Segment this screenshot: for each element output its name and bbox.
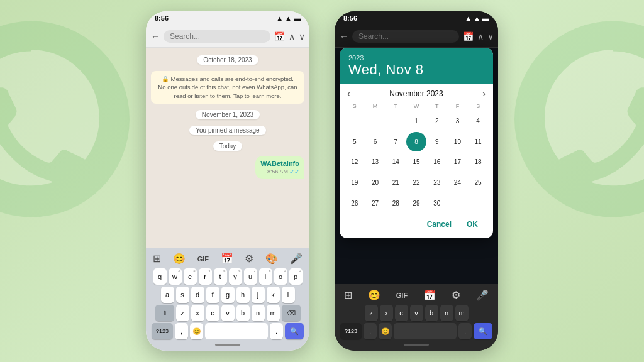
cal-day-7[interactable]: 7 <box>386 132 406 152</box>
cal-day-9[interactable]: 9 <box>427 132 447 152</box>
key-e[interactable]: e3 <box>184 268 197 285</box>
key-m[interactable]: m <box>267 305 280 321</box>
cal-day-14[interactable]: 14 <box>386 152 406 172</box>
cal-day-3[interactable]: 3 <box>448 111 468 131</box>
down-arrow-icon-left[interactable]: ∨ <box>299 31 305 41</box>
cal-day-29[interactable]: 29 <box>406 194 426 214</box>
key-v[interactable]: v <box>221 305 235 321</box>
key-r-n[interactable]: n <box>440 305 453 321</box>
kb-palette-icon[interactable]: 🎨 <box>263 251 280 266</box>
back-button-right[interactable]: ← <box>340 31 348 41</box>
kb-calendar-icon[interactable]: 📅 <box>218 251 236 266</box>
key-s[interactable]: s <box>176 287 189 303</box>
kb-mic-icon-r[interactable]: 🎤 <box>474 288 491 302</box>
key-g[interactable]: g <box>221 287 235 303</box>
kb-settings-icon[interactable]: ⚙ <box>242 251 256 266</box>
key-r-x[interactable]: x <box>380 305 393 321</box>
cal-day-15[interactable]: 15 <box>406 152 426 172</box>
kb-emoji-icon[interactable]: 😊 <box>170 251 188 266</box>
cal-day-12[interactable]: 12 <box>345 152 365 172</box>
key-b[interactable]: b <box>236 305 250 321</box>
cal-day-23[interactable]: 23 <box>427 173 447 193</box>
cal-day-16[interactable]: 16 <box>427 152 447 172</box>
cal-day-19[interactable]: 19 <box>345 173 365 193</box>
kb-settings-icon-r[interactable]: ⚙ <box>449 288 463 302</box>
key-r[interactable]: r4 <box>199 268 212 285</box>
cal-day-28[interactable]: 28 <box>386 194 406 214</box>
calendar-icon-right[interactable]: 📅 <box>463 31 474 41</box>
key-r-space[interactable] <box>394 323 457 339</box>
key-r-v[interactable]: v <box>410 305 423 321</box>
kb-calendar-icon-r[interactable]: 📅 <box>421 288 438 302</box>
cal-day-13[interactable]: 13 <box>365 152 386 172</box>
cal-day-2[interactable]: 2 <box>427 111 447 131</box>
key-comma[interactable]: , <box>175 323 188 339</box>
cal-day-21[interactable]: 21 <box>386 173 406 193</box>
key-t[interactable]: t5 <box>214 268 227 285</box>
up-arrow-icon-left[interactable]: ∧ <box>289 31 295 41</box>
key-r-b[interactable]: b <box>425 305 438 321</box>
key-a[interactable]: a <box>161 287 174 303</box>
cal-day-27[interactable]: 27 <box>365 194 386 214</box>
cal-day-4[interactable]: 4 <box>468 111 488 131</box>
key-x[interactable]: x <box>191 305 204 321</box>
kb-gif-icon-r[interactable]: GIF <box>394 290 410 300</box>
key-shift[interactable]: ⇧ <box>155 305 174 321</box>
cal-day-5[interactable]: 5 <box>345 132 365 152</box>
cal-day-11[interactable]: 11 <box>468 132 488 152</box>
key-o[interactable]: o9 <box>274 268 287 285</box>
kb-emoji-icon-r[interactable]: 😊 <box>365 288 383 302</box>
kb-grid-icon[interactable]: ⊞ <box>150 251 164 266</box>
search-input-left[interactable] <box>164 30 270 43</box>
calendar-search-icon-left[interactable]: 📅 <box>274 31 285 41</box>
key-p[interactable]: p0 <box>289 268 303 285</box>
key-space[interactable] <box>205 323 268 339</box>
cal-day-18[interactable]: 18 <box>468 152 488 172</box>
key-r-z[interactable]: z <box>365 305 378 321</box>
cal-day-22[interactable]: 22 <box>406 173 426 193</box>
down-icon-right[interactable]: ∨ <box>487 31 494 41</box>
back-button-left[interactable]: ← <box>151 31 160 41</box>
kb-grid-icon-r[interactable]: ⊞ <box>341 288 355 302</box>
cal-day-6[interactable]: 6 <box>365 132 386 152</box>
key-num[interactable]: ?123 <box>152 323 173 339</box>
key-l[interactable]: l <box>282 287 295 303</box>
kb-gif-icon[interactable]: GIF <box>195 254 211 264</box>
key-r-m[interactable]: m <box>455 305 469 321</box>
key-d[interactable]: d <box>191 287 204 303</box>
cal-day-17[interactable]: 17 <box>448 152 468 172</box>
key-u[interactable]: u7 <box>244 268 257 285</box>
key-r-c[interactable]: c <box>395 305 408 321</box>
key-r-comma[interactable]: , <box>364 323 377 339</box>
key-y[interactable]: y6 <box>229 268 242 285</box>
cal-day-25[interactable]: 25 <box>468 173 488 193</box>
key-k[interactable]: k <box>267 287 280 303</box>
key-r-period[interactable]: . <box>458 323 472 339</box>
cancel-button[interactable]: Cancel <box>423 218 455 231</box>
key-backspace[interactable]: ⌫ <box>282 305 301 321</box>
key-f[interactable]: f <box>206 287 219 303</box>
key-h[interactable]: h <box>236 287 250 303</box>
key-period[interactable]: . <box>270 323 283 339</box>
key-search[interactable]: 🔍 <box>285 323 304 339</box>
cal-day-24[interactable]: 24 <box>448 173 468 193</box>
cal-prev-button[interactable]: ‹ <box>345 88 353 99</box>
cal-next-button[interactable]: › <box>480 88 488 99</box>
up-icon-right[interactable]: ∧ <box>477 31 484 41</box>
kb-mic-icon[interactable]: 🎤 <box>287 251 305 266</box>
cal-day-20[interactable]: 20 <box>365 173 386 193</box>
search-input-right[interactable] <box>352 30 459 43</box>
key-i[interactable]: i8 <box>259 268 272 285</box>
ok-button[interactable]: OK <box>463 218 482 231</box>
key-r-emoji[interactable]: 😊 <box>379 323 392 339</box>
key-n[interactable]: n <box>252 305 265 321</box>
cal-day-26[interactable]: 26 <box>345 194 365 214</box>
key-c[interactable]: c <box>206 305 219 321</box>
key-emoji[interactable]: 😊 <box>190 323 203 339</box>
cal-day-10[interactable]: 10 <box>448 132 468 152</box>
key-w[interactable]: w2 <box>169 268 182 285</box>
cal-day-8[interactable]: 8 <box>406 132 426 152</box>
key-q[interactable]: q <box>153 268 167 285</box>
cal-day-1[interactable]: 1 <box>406 111 426 131</box>
key-j[interactable]: j <box>252 287 265 303</box>
